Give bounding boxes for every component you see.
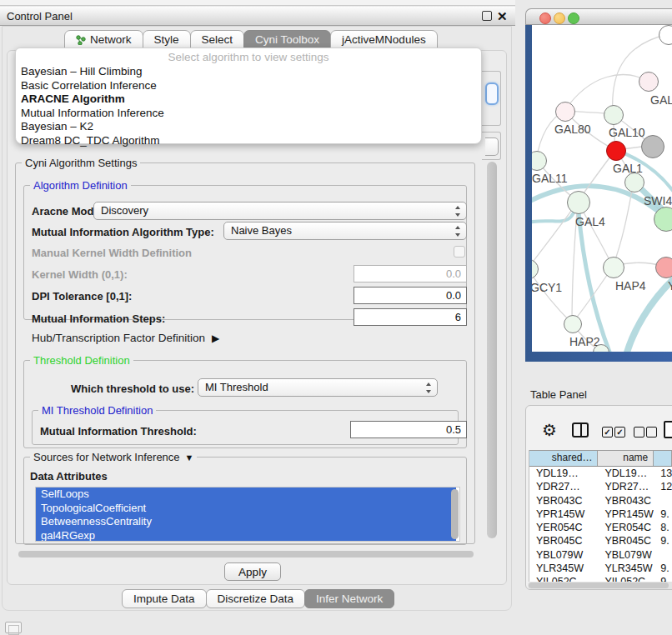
apply-button[interactable]: Apply	[224, 562, 281, 581]
algorithm-option-basic-correlation-inference[interactable]: Basic Correlation Inference	[19, 79, 479, 92]
column-header-cut[interactable]	[654, 451, 672, 466]
table-cell	[654, 548, 672, 562]
hub-transcription-factor-expander[interactable]: Hub/Transcription Factor Definition▶	[32, 332, 219, 344]
table-row[interactable]: YDR27…YDR27…12	[529, 480, 672, 493]
network-node-hap4[interactable]	[603, 257, 624, 278]
node-attribute-table: shared…name YDL19…YDL19…13YDR27…YDR27…12…	[529, 450, 672, 582]
settings-gear-icon[interactable]: ⚙	[542, 420, 557, 440]
mi-threshold-label: Mutual Information Threshold:	[40, 425, 197, 438]
table-cell: YDR27…	[529, 480, 598, 493]
settings-horizontal-scrollbar-thumb[interactable]	[18, 551, 474, 558]
algorithm-option-dream8-dc-tdc-algorithm[interactable]: Dream8 DC_TDC Algorithm	[19, 134, 479, 148]
table-cell: YBR043C	[529, 494, 598, 508]
tab-select[interactable]: Select	[190, 30, 245, 49]
mi-threshold-field[interactable]: 0.5	[350, 421, 467, 438]
network-node-gal[interactable]	[639, 72, 659, 92]
data-attributes-label: Data Attributes	[30, 470, 108, 482]
attribute-item-selfloops[interactable]: SelfLoops	[36, 488, 456, 502]
tab-impute-data[interactable]: Impute Data	[122, 589, 207, 608]
algorithm-option-bayesian-hill-climbing[interactable]: Bayesian – Hill Climbing	[19, 65, 479, 78]
table-row[interactable]: YBR045CYBR045C9.	[529, 534, 672, 548]
network-node[interactable]	[654, 207, 672, 232]
table-row[interactable]: YDL19…YDL19…13	[529, 467, 672, 480]
attribute-item-topologicalcoefficient[interactable]: TopologicalCoefficient	[36, 502, 456, 516]
mi-algorithm-type-combo[interactable]: Naive Bayes	[223, 222, 467, 240]
attribute-item-betweennesscentrality[interactable]: BetweennessCentrality	[36, 515, 456, 529]
network-node-hap2[interactable]	[564, 315, 582, 333]
table-cell: YLR345W	[529, 562, 598, 575]
table-cell: YBL079W	[529, 548, 598, 562]
tab-jactivemnodules[interactable]: jActiveMNodules	[330, 30, 438, 49]
table-horizontal-scrollbar-thumb[interactable]	[529, 582, 669, 588]
combo-spinner-icon	[454, 206, 462, 218]
attribute-item-gal4rgexp[interactable]: gal4RGexp	[36, 529, 456, 542]
window-top-strip	[0, 0, 515, 6]
floating-panel-icon[interactable]	[5, 622, 22, 633]
table-cell: YPR145W	[598, 508, 654, 521]
table-cell: YLR345W	[598, 562, 654, 575]
manual-kernel-width-checkbox[interactable]	[454, 246, 465, 258]
network-canvas[interactable]: GALGAL80GAL10GAL1GAL11SWI4GAL4GCY1HAP4YH…	[532, 25, 672, 352]
close-icon[interactable]: ✕	[497, 7, 508, 26]
table-header-row: shared…name	[529, 450, 672, 467]
column-header-name[interactable]: name	[598, 451, 654, 466]
node-label-y: Y	[668, 279, 672, 292]
tab-discretize-data[interactable]: Discretize Data	[206, 589, 306, 608]
network-node-gal10[interactable]	[604, 105, 624, 125]
table-row[interactable]: YBL079WYBL079W	[529, 548, 672, 562]
table-cell: YER054C	[529, 521, 598, 534]
deselect-checkbox-icon[interactable]	[646, 427, 657, 438]
settings-vertical-scrollbar-thumb[interactable]	[487, 162, 497, 538]
document-icon[interactable]	[664, 421, 672, 438]
tab-infer-network[interactable]: Infer Network	[304, 589, 394, 608]
which-threshold-label: Which threshold to use:	[71, 382, 194, 395]
deselect-checkbox-icon[interactable]	[634, 427, 644, 438]
network-node-y[interactable]	[655, 257, 672, 278]
table-row[interactable]: YPR145WYPR145W9.	[529, 508, 672, 521]
close-traffic-light[interactable]	[539, 12, 551, 24]
table-cell: 9	[654, 575, 672, 582]
aracne-mode-value: Discovery	[101, 204, 148, 217]
attributes-list-scrollbar[interactable]	[451, 489, 459, 539]
node-label-gal4: GAL4	[575, 215, 605, 228]
node-label-gal11: GAL11	[532, 172, 568, 185]
algorithm-option-aracne-algorithm[interactable]: ARACNE Algorithm	[19, 92, 479, 106]
dpi-tolerance-field[interactable]: 0.0	[354, 287, 467, 304]
column-header-shared[interactable]: shared…	[529, 451, 598, 466]
table-row[interactable]: YLR345WYLR345W9.	[529, 562, 672, 575]
which-threshold-combo[interactable]: MI Threshold	[198, 378, 438, 397]
select-all-checkbox-icon[interactable]: ✓	[602, 427, 613, 438]
table-row[interactable]: YER054CYER054C8.	[529, 521, 672, 534]
minimize-traffic-light[interactable]	[554, 12, 565, 24]
select-all-checkbox-icon[interactable]: ✓	[614, 427, 625, 438]
table-horizontal-scrollbar[interactable]	[528, 582, 672, 589]
tab-style[interactable]: Style	[143, 30, 191, 49]
aracne-mode-combo[interactable]: Discovery	[93, 202, 467, 220]
table-cell: YPR145W	[529, 508, 598, 521]
zoom-traffic-light[interactable]	[568, 12, 579, 24]
float-icon[interactable]	[482, 11, 492, 21]
table-cell: YDL19…	[598, 467, 654, 480]
split-columns-icon[interactable]	[572, 422, 589, 438]
mi-steps-field[interactable]: 6	[354, 308, 467, 326]
table-cell: 9.	[654, 562, 672, 575]
table-row[interactable]: YBR043CYBR043C	[529, 494, 672, 508]
screen: Control Panel ✕ NetworkStyleSelectCyni T…	[0, 0, 672, 635]
network-node-swi4[interactable]	[624, 172, 644, 192]
tab-cyni-toolbox[interactable]: Cyni Toolbox	[243, 30, 331, 49]
algorithm-dropdown[interactable]: Select algorithm to view settings Bayesi…	[15, 48, 482, 144]
algorithm-option-mutual-information-inference[interactable]: Mutual Information Inference	[19, 107, 479, 120]
table-row[interactable]: YIL052CYIL052C9	[529, 575, 672, 582]
network-node-gal4[interactable]	[567, 191, 590, 214]
network-node[interactable]	[641, 135, 664, 158]
table-panel-title: Table Panel	[530, 388, 587, 401]
control-panel-titlebar: Control Panel	[0, 7, 515, 26]
sources-expander[interactable]: Sources for Network Inference▼	[30, 451, 197, 463]
table-cell: YIL052C	[598, 575, 654, 582]
table-cell: YBL079W	[598, 548, 654, 562]
kernel-width-field[interactable]: 0.0	[354, 265, 467, 282]
network-node-gal80[interactable]	[555, 102, 575, 122]
network-node-gal1[interactable]	[606, 141, 626, 161]
algorithm-option-bayesian-k2[interactable]: Bayesian – K2	[19, 120, 479, 133]
tab-network[interactable]: Network	[64, 30, 143, 49]
